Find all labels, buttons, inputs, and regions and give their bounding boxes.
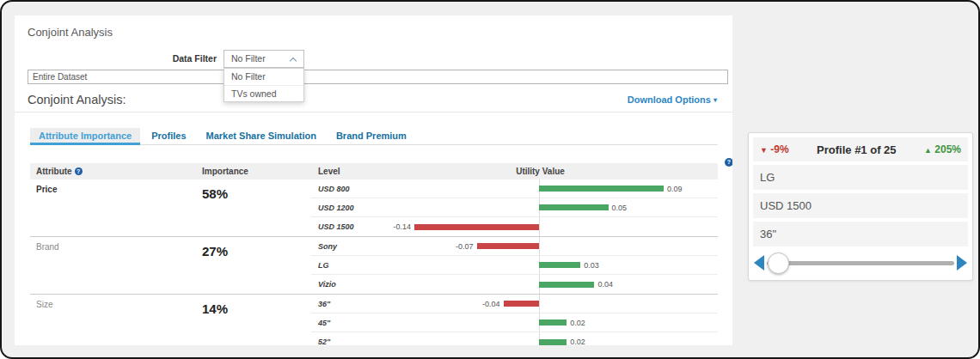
importance-value: 27% [195, 237, 311, 294]
attribute-group: Size14%36"-0.0445"0.0252"0.02 [30, 294, 718, 345]
level-row: Sony-0.07 [311, 237, 718, 256]
header-level: Level [311, 167, 414, 176]
attribute-group: Price58%USD 8000.09USD 12000.05USD 1500-… [30, 180, 718, 236]
utility-bar-cell: -0.07 [414, 237, 718, 255]
utility-value-label: 0.03 [584, 261, 599, 270]
attribute-name: Brand [30, 237, 195, 294]
chevron-up-icon [290, 58, 297, 64]
attribute-name: Size [30, 295, 195, 345]
data-filter-selected-value: No Filter [231, 53, 266, 64]
utility-bar-cell: 0.04 [414, 275, 718, 294]
profile-decrease-stat: ▼ -9% [760, 143, 789, 155]
slider-left-arrow[interactable] [754, 255, 764, 271]
profile-increase-stat: ▲ 205% [924, 143, 961, 155]
level-row: LG0.03 [311, 256, 718, 275]
tab-bar: Attribute Importance Profiles Market Sha… [30, 128, 718, 145]
slider-track-bar [767, 261, 954, 265]
importance-value: 58% [195, 180, 311, 236]
level-row: Vizio0.04 [311, 275, 718, 294]
utility-bar-positive [539, 319, 567, 326]
tab-attribute-importance[interactable]: Attribute Importance [30, 128, 140, 145]
importance-value: 14% [195, 295, 311, 345]
utility-bar-cell: 0.03 [414, 256, 718, 274]
app-frame: Conjoint Analysis Data Filter No Filter … [0, 0, 980, 359]
data-filter-select[interactable]: No Filter [224, 50, 304, 68]
level-label: 36" [311, 295, 414, 313]
profile-item-size: 36" [753, 222, 968, 246]
slider-right-arrow[interactable] [957, 255, 967, 271]
attribute-name: Price [30, 180, 195, 236]
utility-value-label: -0.07 [456, 242, 474, 251]
dataset-input[interactable] [28, 70, 728, 84]
utility-bar-positive [539, 339, 567, 345]
utility-value-label: 0.02 [570, 338, 585, 345]
level-rows: USD 8000.09USD 12000.05USD 1500-0.14 [311, 180, 718, 236]
attribute-group: Brand27%Sony-0.07LG0.03Vizio0.04 [30, 236, 718, 294]
page-title: Conjoint Analysis [28, 26, 113, 39]
triangle-up-icon: ▲ [924, 146, 932, 155]
attribute-help-icon[interactable]: ? [75, 167, 83, 175]
profile-item-brand: LG [753, 165, 968, 190]
slider-track[interactable] [767, 252, 954, 274]
caret-down-icon: ▾ [714, 96, 717, 104]
level-label: USD 800 [311, 180, 414, 198]
utility-bar-cell: -0.04 [414, 295, 718, 313]
utility-bar-positive [539, 186, 664, 192]
dropdown-option-no-filter[interactable]: No Filter [224, 69, 303, 85]
utility-bar-positive [539, 282, 594, 288]
level-label: 52" [311, 332, 414, 345]
utility-bar-negative [414, 224, 539, 230]
profile-panel-title: Profile #1 of 25 [817, 143, 896, 156]
level-row: 36"-0.04 [311, 295, 718, 313]
utility-value-label: 0.05 [612, 204, 628, 212]
level-label: Vizio [311, 275, 414, 294]
level-rows: Sony-0.07LG0.03Vizio0.04 [311, 237, 718, 294]
tab-market-share-simulation[interactable]: Market Share Simulation [198, 128, 325, 145]
utility-bar-negative [477, 243, 540, 249]
tab-profiles[interactable]: Profiles [143, 128, 194, 145]
importance-table-body: Price58%USD 8000.09USD 12000.05USD 1500-… [30, 180, 718, 345]
utility-value-label: -0.04 [482, 300, 500, 308]
level-rows: 36"-0.0445"0.0252"0.02 [311, 295, 718, 345]
profile-slider [753, 249, 968, 277]
header-utility-value: Utility Value [414, 167, 718, 176]
profile-item-price: USD 1500 [753, 193, 968, 218]
section-title: Conjoint Analysis: [28, 93, 126, 106]
table-header-row: Attribute? Importance Level Utility Valu… [30, 163, 718, 180]
data-filter-dropdown: No Filter TVs owned [224, 68, 304, 102]
level-label: 45" [311, 313, 414, 332]
profile-panel: ▼ -9% Profile #1 of 25 ▲ 205% LG USD 150… [748, 132, 973, 281]
divider [15, 112, 732, 113]
tab-brand-premium[interactable]: Brand Premium [328, 128, 415, 145]
level-label: Sony [311, 237, 414, 255]
slider-handle[interactable] [768, 253, 789, 274]
header-attribute: Attribute? [30, 167, 195, 176]
level-row: USD 8000.09 [311, 180, 718, 198]
utility-bar-cell: 0.09 [414, 180, 718, 198]
level-row: USD 1500-0.14 [311, 217, 718, 236]
triangle-down-icon: ▼ [760, 146, 768, 155]
conjoint-analysis-card: Conjoint Analysis Data Filter No Filter … [15, 15, 732, 345]
level-row: 52"0.02 [311, 332, 718, 345]
level-row: USD 12000.05 [311, 198, 718, 217]
importance-table: Attribute? Importance Level Utility Valu… [30, 163, 718, 345]
header-importance: Importance [195, 167, 311, 176]
utility-bar-positive [539, 262, 580, 268]
utility-bar-positive [539, 204, 609, 210]
level-row: 45"0.02 [311, 313, 718, 332]
utility-value-label: -0.14 [393, 222, 411, 231]
level-label: LG [311, 256, 414, 274]
utility-value-label: 0.04 [597, 280, 613, 289]
dropdown-option-tvs-owned[interactable]: TVs owned [224, 85, 303, 101]
utility-bar-cell: 0.02 [414, 332, 718, 345]
level-label: USD 1200 [311, 198, 414, 216]
utility-bar-cell: -0.14 [414, 217, 718, 236]
data-filter-label: Data Filter [126, 53, 217, 64]
profile-panel-header: ▼ -9% Profile #1 of 25 ▲ 205% [753, 137, 968, 161]
utility-value-label: 0.02 [570, 319, 585, 327]
utility-bar-cell: 0.02 [414, 313, 718, 332]
utility-bar-cell: 0.05 [414, 198, 718, 216]
download-options-button[interactable]: Download Options ▾ [628, 94, 717, 105]
utility-value-label: 0.09 [667, 185, 683, 193]
table-help-icon[interactable]: ? [725, 152, 732, 167]
